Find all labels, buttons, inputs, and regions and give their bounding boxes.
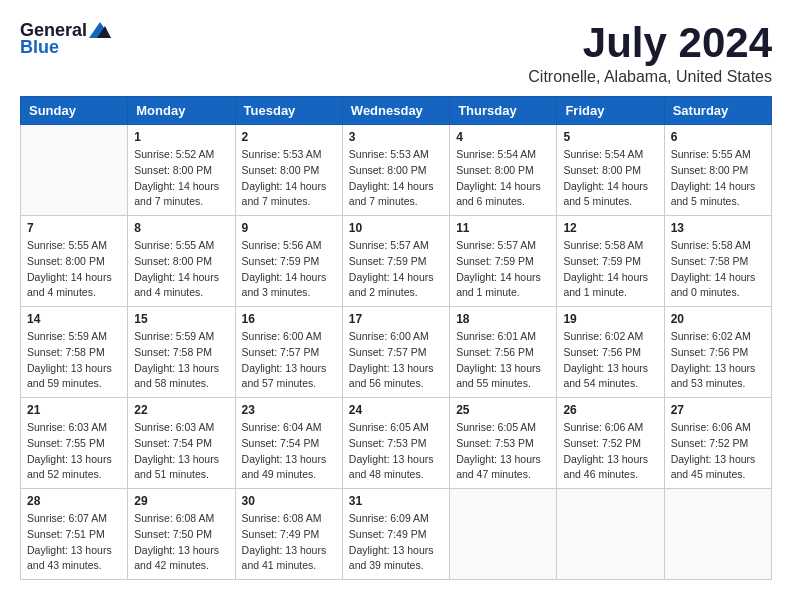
day-number: 9: [242, 221, 336, 235]
sunrise-text: Sunrise: 5:59 AM: [27, 329, 121, 345]
sunset-text: Sunset: 8:00 PM: [349, 163, 443, 179]
daylight-text: Daylight: 13 hours and 43 minutes.: [27, 543, 121, 575]
day-detail: Sunrise: 5:57 AMSunset: 7:59 PMDaylight:…: [456, 238, 550, 301]
sunrise-text: Sunrise: 6:00 AM: [349, 329, 443, 345]
sunrise-text: Sunrise: 6:03 AM: [27, 420, 121, 436]
sunset-text: Sunset: 7:52 PM: [563, 436, 657, 452]
daylight-text: Daylight: 14 hours and 0 minutes.: [671, 270, 765, 302]
sunrise-text: Sunrise: 6:06 AM: [563, 420, 657, 436]
day-detail: Sunrise: 6:05 AMSunset: 7:53 PMDaylight:…: [456, 420, 550, 483]
daylight-text: Daylight: 14 hours and 3 minutes.: [242, 270, 336, 302]
day-number: 16: [242, 312, 336, 326]
logo-icon: [89, 22, 111, 38]
calendar-cell: 8Sunrise: 5:55 AMSunset: 8:00 PMDaylight…: [128, 216, 235, 307]
day-detail: Sunrise: 6:02 AMSunset: 7:56 PMDaylight:…: [671, 329, 765, 392]
sunset-text: Sunset: 8:00 PM: [27, 254, 121, 270]
daylight-text: Daylight: 13 hours and 59 minutes.: [27, 361, 121, 393]
column-header-friday: Friday: [557, 97, 664, 125]
sunrise-text: Sunrise: 5:57 AM: [456, 238, 550, 254]
sunset-text: Sunset: 7:53 PM: [349, 436, 443, 452]
calendar-cell: 13Sunrise: 5:58 AMSunset: 7:58 PMDayligh…: [664, 216, 771, 307]
day-number: 10: [349, 221, 443, 235]
calendar-cell: 11Sunrise: 5:57 AMSunset: 7:59 PMDayligh…: [450, 216, 557, 307]
day-detail: Sunrise: 5:52 AMSunset: 8:00 PMDaylight:…: [134, 147, 228, 210]
daylight-text: Daylight: 13 hours and 57 minutes.: [242, 361, 336, 393]
column-header-tuesday: Tuesday: [235, 97, 342, 125]
day-number: 17: [349, 312, 443, 326]
calendar-cell: 3Sunrise: 5:53 AMSunset: 8:00 PMDaylight…: [342, 125, 449, 216]
day-number: 20: [671, 312, 765, 326]
week-row-1: 1Sunrise: 5:52 AMSunset: 8:00 PMDaylight…: [21, 125, 772, 216]
daylight-text: Daylight: 13 hours and 49 minutes.: [242, 452, 336, 484]
day-number: 13: [671, 221, 765, 235]
sunset-text: Sunset: 7:58 PM: [134, 345, 228, 361]
daylight-text: Daylight: 14 hours and 7 minutes.: [134, 179, 228, 211]
daylight-text: Daylight: 14 hours and 4 minutes.: [134, 270, 228, 302]
day-detail: Sunrise: 6:03 AMSunset: 7:54 PMDaylight:…: [134, 420, 228, 483]
sunset-text: Sunset: 8:00 PM: [242, 163, 336, 179]
day-detail: Sunrise: 6:00 AMSunset: 7:57 PMDaylight:…: [349, 329, 443, 392]
day-detail: Sunrise: 6:00 AMSunset: 7:57 PMDaylight:…: [242, 329, 336, 392]
day-number: 12: [563, 221, 657, 235]
sunrise-text: Sunrise: 5:55 AM: [27, 238, 121, 254]
sunset-text: Sunset: 7:57 PM: [349, 345, 443, 361]
calendar-cell: 28Sunrise: 6:07 AMSunset: 7:51 PMDayligh…: [21, 489, 128, 580]
day-number: 1: [134, 130, 228, 144]
day-number: 30: [242, 494, 336, 508]
daylight-text: Daylight: 13 hours and 55 minutes.: [456, 361, 550, 393]
day-detail: Sunrise: 5:54 AMSunset: 8:00 PMDaylight:…: [563, 147, 657, 210]
sunrise-text: Sunrise: 5:54 AM: [563, 147, 657, 163]
calendar-cell: 12Sunrise: 5:58 AMSunset: 7:59 PMDayligh…: [557, 216, 664, 307]
week-row-2: 7Sunrise: 5:55 AMSunset: 8:00 PMDaylight…: [21, 216, 772, 307]
calendar-cell: 14Sunrise: 5:59 AMSunset: 7:58 PMDayligh…: [21, 307, 128, 398]
day-number: 22: [134, 403, 228, 417]
column-header-wednesday: Wednesday: [342, 97, 449, 125]
day-number: 6: [671, 130, 765, 144]
daylight-text: Daylight: 14 hours and 6 minutes.: [456, 179, 550, 211]
sunset-text: Sunset: 7:51 PM: [27, 527, 121, 543]
sunrise-text: Sunrise: 6:05 AM: [349, 420, 443, 436]
logo-blue-text: Blue: [20, 37, 59, 58]
daylight-text: Daylight: 13 hours and 47 minutes.: [456, 452, 550, 484]
day-number: 4: [456, 130, 550, 144]
day-detail: Sunrise: 6:08 AMSunset: 7:50 PMDaylight:…: [134, 511, 228, 574]
calendar-cell: 6Sunrise: 5:55 AMSunset: 8:00 PMDaylight…: [664, 125, 771, 216]
calendar-cell: 9Sunrise: 5:56 AMSunset: 7:59 PMDaylight…: [235, 216, 342, 307]
sunrise-text: Sunrise: 6:07 AM: [27, 511, 121, 527]
sunrise-text: Sunrise: 5:58 AM: [563, 238, 657, 254]
sunrise-text: Sunrise: 6:06 AM: [671, 420, 765, 436]
calendar-cell: 26Sunrise: 6:06 AMSunset: 7:52 PMDayligh…: [557, 398, 664, 489]
daylight-text: Daylight: 13 hours and 39 minutes.: [349, 543, 443, 575]
sunrise-text: Sunrise: 5:54 AM: [456, 147, 550, 163]
calendar-table: SundayMondayTuesdayWednesdayThursdayFrid…: [20, 96, 772, 580]
day-number: 29: [134, 494, 228, 508]
sunset-text: Sunset: 7:49 PM: [349, 527, 443, 543]
day-detail: Sunrise: 6:07 AMSunset: 7:51 PMDaylight:…: [27, 511, 121, 574]
daylight-text: Daylight: 13 hours and 41 minutes.: [242, 543, 336, 575]
sunset-text: Sunset: 7:50 PM: [134, 527, 228, 543]
day-number: 23: [242, 403, 336, 417]
calendar-cell: 10Sunrise: 5:57 AMSunset: 7:59 PMDayligh…: [342, 216, 449, 307]
day-detail: Sunrise: 5:59 AMSunset: 7:58 PMDaylight:…: [134, 329, 228, 392]
day-detail: Sunrise: 5:55 AMSunset: 8:00 PMDaylight:…: [671, 147, 765, 210]
day-detail: Sunrise: 5:55 AMSunset: 8:00 PMDaylight:…: [134, 238, 228, 301]
sunset-text: Sunset: 7:57 PM: [242, 345, 336, 361]
calendar-cell: 30Sunrise: 6:08 AMSunset: 7:49 PMDayligh…: [235, 489, 342, 580]
day-number: 19: [563, 312, 657, 326]
daylight-text: Daylight: 13 hours and 46 minutes.: [563, 452, 657, 484]
sunset-text: Sunset: 8:00 PM: [563, 163, 657, 179]
calendar-cell: [21, 125, 128, 216]
sunset-text: Sunset: 8:00 PM: [134, 254, 228, 270]
day-number: 26: [563, 403, 657, 417]
column-header-monday: Monday: [128, 97, 235, 125]
sunrise-text: Sunrise: 5:56 AM: [242, 238, 336, 254]
sunset-text: Sunset: 8:00 PM: [456, 163, 550, 179]
sunset-text: Sunset: 7:58 PM: [27, 345, 121, 361]
main-title: July 2024: [528, 20, 772, 66]
calendar-cell: 29Sunrise: 6:08 AMSunset: 7:50 PMDayligh…: [128, 489, 235, 580]
calendar-cell: 5Sunrise: 5:54 AMSunset: 8:00 PMDaylight…: [557, 125, 664, 216]
calendar-cell: 21Sunrise: 6:03 AMSunset: 7:55 PMDayligh…: [21, 398, 128, 489]
sunset-text: Sunset: 7:53 PM: [456, 436, 550, 452]
sunset-text: Sunset: 7:56 PM: [563, 345, 657, 361]
day-detail: Sunrise: 6:08 AMSunset: 7:49 PMDaylight:…: [242, 511, 336, 574]
